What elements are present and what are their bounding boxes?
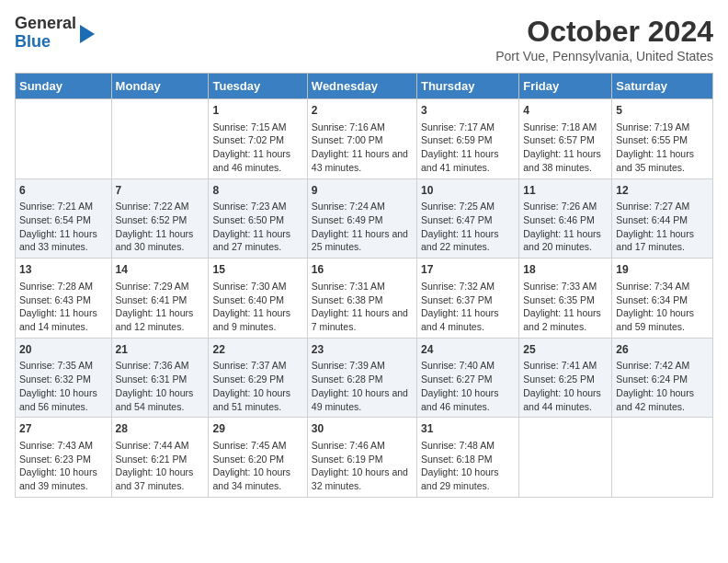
day-info: Sunrise: 7:24 AM Sunset: 6:49 PM Dayligh… — [312, 200, 413, 254]
day-cell — [111, 99, 209, 179]
day-info: Sunrise: 7:43 AM Sunset: 6:23 PM Dayligh… — [19, 439, 108, 493]
day-cell: 23Sunrise: 7:39 AM Sunset: 6:28 PM Dayli… — [307, 338, 416, 418]
day-info: Sunrise: 7:22 AM Sunset: 6:52 PM Dayligh… — [116, 200, 205, 254]
day-number: 6 — [19, 183, 108, 199]
day-cell: 13Sunrise: 7:28 AM Sunset: 6:43 PM Dayli… — [16, 259, 112, 339]
logo-arrow-icon — [80, 25, 95, 43]
day-info: Sunrise: 7:21 AM Sunset: 6:54 PM Dayligh… — [19, 200, 108, 254]
calendar-table: SundayMondayTuesdayWednesdayThursdayFrid… — [15, 73, 713, 498]
day-info: Sunrise: 7:39 AM Sunset: 6:28 PM Dayligh… — [312, 359, 413, 413]
day-cell: 5Sunrise: 7:19 AM Sunset: 6:55 PM Daylig… — [612, 99, 713, 179]
header-cell-thursday: Thursday — [416, 74, 518, 99]
day-cell: 21Sunrise: 7:36 AM Sunset: 6:31 PM Dayli… — [111, 338, 209, 418]
day-info: Sunrise: 7:26 AM Sunset: 6:46 PM Dayligh… — [523, 200, 608, 254]
day-number: 15 — [212, 262, 302, 278]
day-number: 22 — [212, 342, 302, 358]
day-cell: 14Sunrise: 7:29 AM Sunset: 6:41 PM Dayli… — [111, 259, 209, 339]
day-info: Sunrise: 7:36 AM Sunset: 6:31 PM Dayligh… — [116, 359, 205, 413]
day-number: 24 — [421, 342, 515, 358]
day-number: 11 — [523, 183, 608, 199]
day-cell: 1Sunrise: 7:15 AM Sunset: 7:02 PM Daylig… — [209, 99, 307, 179]
day-info: Sunrise: 7:45 AM Sunset: 6:20 PM Dayligh… — [212, 439, 302, 493]
day-number: 5 — [616, 103, 709, 119]
day-number: 1 — [212, 103, 302, 119]
day-cell: 9Sunrise: 7:24 AM Sunset: 6:49 PM Daylig… — [307, 178, 416, 259]
day-info: Sunrise: 7:33 AM Sunset: 6:35 PM Dayligh… — [523, 280, 608, 334]
day-number: 21 — [116, 342, 205, 358]
day-info: Sunrise: 7:41 AM Sunset: 6:25 PM Dayligh… — [523, 359, 608, 413]
page-header: General Blue October 2024 Port Vue, Penn… — [15, 15, 713, 63]
day-cell: 17Sunrise: 7:32 AM Sunset: 6:37 PM Dayli… — [416, 259, 518, 339]
header-cell-friday: Friday — [519, 74, 612, 99]
day-number: 16 — [312, 262, 413, 278]
calendar-body: 1Sunrise: 7:15 AM Sunset: 7:02 PM Daylig… — [16, 99, 713, 498]
day-cell: 27Sunrise: 7:43 AM Sunset: 6:23 PM Dayli… — [16, 418, 112, 498]
day-info: Sunrise: 7:19 AM Sunset: 6:55 PM Dayligh… — [616, 121, 709, 175]
day-cell: 29Sunrise: 7:45 AM Sunset: 6:20 PM Dayli… — [209, 418, 307, 498]
day-info: Sunrise: 7:15 AM Sunset: 7:02 PM Dayligh… — [212, 121, 302, 175]
day-cell: 16Sunrise: 7:31 AM Sunset: 6:38 PM Dayli… — [307, 259, 416, 339]
day-cell: 8Sunrise: 7:23 AM Sunset: 6:50 PM Daylig… — [209, 178, 307, 259]
header-cell-sunday: Sunday — [16, 74, 112, 99]
page-subtitle: Port Vue, Pennsylvania, United States — [495, 49, 713, 63]
day-info: Sunrise: 7:28 AM Sunset: 6:43 PM Dayligh… — [19, 280, 108, 334]
day-number: 30 — [312, 421, 413, 437]
day-cell: 4Sunrise: 7:18 AM Sunset: 6:57 PM Daylig… — [519, 99, 612, 179]
day-number: 27 — [19, 421, 108, 437]
week-row-5: 27Sunrise: 7:43 AM Sunset: 6:23 PM Dayli… — [16, 418, 713, 498]
day-info: Sunrise: 7:40 AM Sunset: 6:27 PM Dayligh… — [421, 359, 515, 413]
day-number: 18 — [523, 262, 608, 278]
day-number: 3 — [421, 103, 515, 119]
week-row-2: 6Sunrise: 7:21 AM Sunset: 6:54 PM Daylig… — [16, 178, 713, 259]
day-cell: 19Sunrise: 7:34 AM Sunset: 6:34 PM Dayli… — [612, 259, 713, 339]
day-info: Sunrise: 7:44 AM Sunset: 6:21 PM Dayligh… — [116, 439, 205, 493]
day-cell: 31Sunrise: 7:48 AM Sunset: 6:18 PM Dayli… — [416, 418, 518, 498]
day-info: Sunrise: 7:27 AM Sunset: 6:44 PM Dayligh… — [616, 200, 709, 254]
day-cell: 11Sunrise: 7:26 AM Sunset: 6:46 PM Dayli… — [519, 178, 612, 259]
day-cell: 3Sunrise: 7:17 AM Sunset: 6:59 PM Daylig… — [416, 99, 518, 179]
day-info: Sunrise: 7:42 AM Sunset: 6:24 PM Dayligh… — [616, 359, 709, 413]
day-info: Sunrise: 7:34 AM Sunset: 6:34 PM Dayligh… — [616, 280, 709, 334]
day-info: Sunrise: 7:29 AM Sunset: 6:41 PM Dayligh… — [116, 280, 205, 334]
day-number: 14 — [116, 262, 205, 278]
day-number: 17 — [421, 262, 515, 278]
day-number: 12 — [616, 183, 709, 199]
day-info: Sunrise: 7:16 AM Sunset: 7:00 PM Dayligh… — [312, 121, 413, 175]
week-row-4: 20Sunrise: 7:35 AM Sunset: 6:32 PM Dayli… — [16, 338, 713, 418]
header-cell-monday: Monday — [111, 74, 209, 99]
day-info: Sunrise: 7:25 AM Sunset: 6:47 PM Dayligh… — [421, 200, 515, 254]
day-info: Sunrise: 7:48 AM Sunset: 6:18 PM Dayligh… — [421, 439, 515, 493]
day-info: Sunrise: 7:18 AM Sunset: 6:57 PM Dayligh… — [523, 121, 608, 175]
logo-blue: Blue — [15, 33, 76, 52]
day-number: 4 — [523, 103, 608, 119]
day-number: 28 — [116, 421, 205, 437]
day-info: Sunrise: 7:37 AM Sunset: 6:29 PM Dayligh… — [212, 359, 302, 413]
day-cell: 22Sunrise: 7:37 AM Sunset: 6:29 PM Dayli… — [209, 338, 307, 418]
day-info: Sunrise: 7:31 AM Sunset: 6:38 PM Dayligh… — [312, 280, 413, 334]
logo-general: General — [15, 15, 76, 33]
day-cell: 26Sunrise: 7:42 AM Sunset: 6:24 PM Dayli… — [612, 338, 713, 418]
day-number: 19 — [616, 262, 709, 278]
logo-text: General Blue — [15, 15, 76, 52]
day-cell: 12Sunrise: 7:27 AM Sunset: 6:44 PM Dayli… — [612, 178, 713, 259]
day-number: 25 — [523, 342, 608, 358]
day-cell — [519, 418, 612, 498]
header-row: SundayMondayTuesdayWednesdayThursdayFrid… — [16, 74, 713, 99]
week-row-3: 13Sunrise: 7:28 AM Sunset: 6:43 PM Dayli… — [16, 259, 713, 339]
header-cell-wednesday: Wednesday — [307, 74, 416, 99]
day-cell: 25Sunrise: 7:41 AM Sunset: 6:25 PM Dayli… — [519, 338, 612, 418]
day-cell — [16, 99, 112, 179]
day-cell: 2Sunrise: 7:16 AM Sunset: 7:00 PM Daylig… — [307, 99, 416, 179]
header-cell-saturday: Saturday — [612, 74, 713, 99]
week-row-1: 1Sunrise: 7:15 AM Sunset: 7:02 PM Daylig… — [16, 99, 713, 179]
day-number: 9 — [312, 183, 413, 199]
calendar-header: SundayMondayTuesdayWednesdayThursdayFrid… — [16, 74, 713, 99]
header-cell-tuesday: Tuesday — [209, 74, 307, 99]
day-cell: 15Sunrise: 7:30 AM Sunset: 6:40 PM Dayli… — [209, 259, 307, 339]
day-number: 10 — [421, 183, 515, 199]
day-info: Sunrise: 7:46 AM Sunset: 6:19 PM Dayligh… — [312, 439, 413, 493]
day-number: 20 — [19, 342, 108, 358]
day-number: 31 — [421, 421, 515, 437]
logo: General Blue — [15, 15, 95, 52]
day-cell: 24Sunrise: 7:40 AM Sunset: 6:27 PM Dayli… — [416, 338, 518, 418]
